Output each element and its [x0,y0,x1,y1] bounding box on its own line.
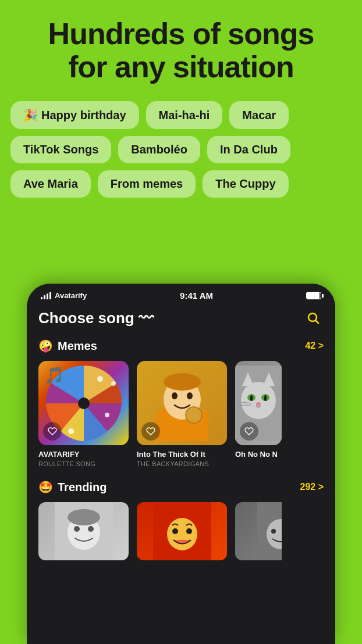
heart-icon-oh-no [244,427,254,436]
chip-macarena[interactable]: Macar [229,101,289,129]
chip-from-memes[interactable]: From memes [98,170,196,198]
trending-face-illustration-3 [257,502,282,560]
trending-section: 🤩 Trending 292 > [38,480,324,560]
trending-emoji: 🤩 [38,480,53,494]
heart-button-oh-no[interactable] [240,422,258,441]
svg-point-10 [164,373,201,391]
song-name-oh-no: Oh No No N [235,450,282,459]
songs-row: 🎵 AVATARIFY Roulette song [38,361,324,467]
svg-point-28 [68,509,100,525]
signal-bars [41,292,51,299]
trending-face-illustration-2 [153,502,211,560]
chips-container: 🎉 Happy birthday Mai-ha-hi Macar TikTok … [0,95,362,203]
memes-count[interactable]: 42 > [305,341,324,351]
signal-bar-3 [47,294,48,299]
chips-row-3: Ave Maria From memes The Cuppy [6,170,356,198]
heart-icon-avatarify [48,427,57,436]
svg-point-32 [186,528,192,534]
signal-bar-2 [44,295,45,299]
search-button[interactable] [303,307,324,328]
trending-section-title: 🤩 Trending [38,480,107,494]
app-content: Choose song 〰 🤪 Memes 42 > [27,304,335,560]
song-card-avatarify[interactable]: 🎵 AVATARIFY Roulette song [38,361,129,467]
chip-label-bamboleo: Bamboléo [131,143,187,156]
heart-button-avatarify[interactable] [43,422,62,441]
status-bar: Avatarify 9:41 AM [27,284,335,304]
chips-row-1: 🎉 Happy birthday Mai-ha-hi Macar [6,101,356,129]
svg-point-3 [105,413,109,417]
heart-button-backyardigans[interactable] [141,422,160,441]
trending-card-2[interactable] [137,502,227,560]
trending-count-suffix: > [315,482,324,492]
song-card-backyardigans[interactable]: Into The Thick Of It THE BACKYARDIGANS [137,361,227,467]
trending-thumb-2 [137,502,227,560]
song-name-backyardigans: Into The Thick Of It [137,450,227,459]
trending-card-3[interactable] [235,502,282,560]
song-thumbnail-oh-no-no [235,361,282,445]
battery-fill [307,292,320,299]
signal-bar-1 [41,297,42,299]
song-card-oh-no-no[interactable]: Oh No No N [235,361,282,467]
trending-thumb-3 [235,502,282,560]
status-left: Avatarify [41,291,87,300]
chip-label-happy-birthday: Happy birthday [41,109,126,122]
chip-label-macarena: Macar [242,109,276,122]
chip-emoji-1: 🎉 [23,108,38,122]
chip-in-da-club[interactable]: In Da Club [207,136,290,163]
header-title-line2: for any situation [68,50,293,84]
trending-label: Trending [58,481,107,494]
chip-ave-maria[interactable]: Ave Maria [10,170,91,198]
chip-tiktok-songs[interactable]: TikTok Songs [10,136,111,163]
chip-label-mai-ha-hi: Mai-ha-hi [159,109,210,122]
song-artist-avatarify: Roulette song [38,460,129,467]
chip-happy-birthday[interactable]: 🎉 Happy birthday [10,101,139,129]
svg-point-14 [241,382,276,419]
svg-point-31 [172,528,178,534]
chip-label-the-cuppy: The Cuppy [215,177,275,191]
trending-thumb-1 [38,502,129,560]
chip-the-cuppy[interactable]: The Cuppy [203,170,288,198]
song-name-avatarify: AVATARIFY [38,450,129,459]
heart-icon-backyardigans [146,427,155,436]
chip-label-from-memes: From memes [111,177,183,191]
svg-point-35 [271,529,276,534]
memes-emoji: 🤪 [38,339,53,353]
chips-row-2: TikTok Songs Bamboléo In Da Club [6,136,356,163]
app-title: Choose song 〰 [38,309,154,327]
trending-face-2 [137,502,227,560]
battery-indicator [306,292,321,299]
trending-count-number: 292 [300,482,316,492]
song-thumbnail-backyardigans [137,361,227,445]
svg-point-5 [78,398,90,409]
search-icon [306,311,320,325]
memes-section-title: 🤪 Memes [38,339,97,353]
header-title-line1: Hundreds of songs [48,17,314,51]
header-title: Hundreds of songs for any situation [12,17,350,84]
svg-point-4 [68,428,74,434]
svg-point-2 [97,376,103,382]
chip-mai-ha-hi[interactable]: Mai-ha-hi [146,101,223,129]
status-time: 9:41 AM [180,291,213,300]
memes-label: Memes [58,339,97,353]
song-artist-backyardigans: THE BACKYARDIGANS [137,460,227,467]
trending-section-header: 🤩 Trending 292 > [38,480,324,494]
memes-count-number: 42 [305,341,315,350]
chip-label-tiktok-songs: TikTok Songs [23,143,98,156]
memes-count-suffix: > [315,341,324,350]
chip-label-in-da-club: In Da Club [220,143,278,156]
trending-face-1 [38,502,129,560]
chip-label-ave-maria: Ave Maria [23,177,78,191]
carrier-label: Avatarify [55,291,87,300]
trending-face-illustration-1 [55,502,113,560]
signal-bar-4 [49,292,51,299]
memes-section-header: 🤪 Memes 42 > [38,339,324,353]
trending-card-1[interactable] [38,502,129,560]
svg-point-9 [187,392,193,399]
svg-point-30 [167,518,197,550]
decorative-dot-1 [111,381,116,386]
app-header: Choose song 〰 [38,307,324,328]
trending-count[interactable]: 292 > [300,482,324,492]
svg-line-1 [316,321,318,323]
svg-point-21 [256,402,261,406]
chip-bamboleo[interactable]: Bamboléo [118,136,200,163]
